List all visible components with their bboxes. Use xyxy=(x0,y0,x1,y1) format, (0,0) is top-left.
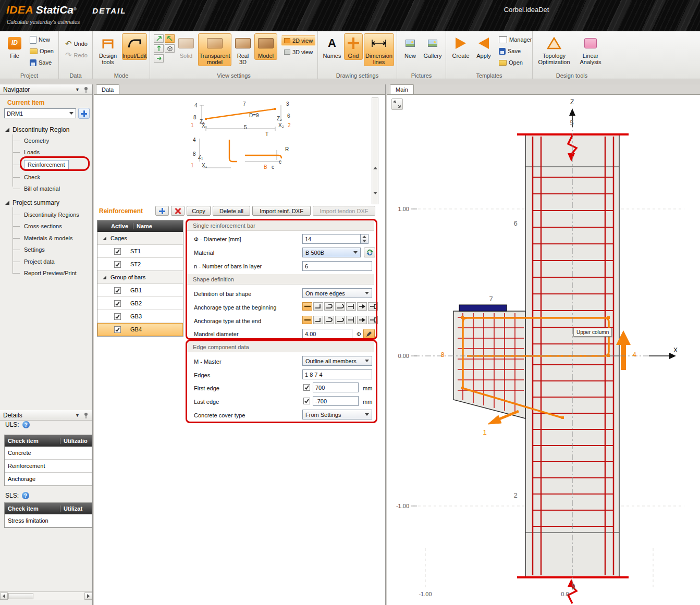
topology-optimization-button[interactable]: Topology Optimization xyxy=(535,33,573,66)
nav-item-bill-of-material[interactable]: Bill of material xyxy=(24,186,60,192)
anchorage-arrow-end-icon[interactable] xyxy=(357,302,367,311)
current-item-select[interactable]: DRM1 xyxy=(4,108,76,118)
view-axis-button-4[interactable] xyxy=(154,54,164,63)
first-edge-checkbox[interactable] xyxy=(303,384,310,391)
nav-item-reinforcement[interactable]: Reinforcement xyxy=(24,160,69,169)
nav-item-project-data[interactable]: Project data xyxy=(24,258,55,265)
edges-input[interactable] xyxy=(302,369,372,379)
list-item-st2[interactable]: ST2 xyxy=(97,258,183,271)
active-checkbox[interactable] xyxy=(114,326,121,333)
anchorage-curl-icon[interactable] xyxy=(335,316,345,324)
active-checkbox[interactable] xyxy=(114,248,121,255)
scroll-up-icon[interactable] xyxy=(373,167,377,169)
open-project-button[interactable]: Open xyxy=(27,46,56,56)
gallery-button[interactable]: Gallery xyxy=(421,33,444,60)
nav-item-geometry[interactable]: Geometry xyxy=(24,138,49,144)
navigator-dropdown-icon[interactable]: ▼ xyxy=(75,87,80,92)
nav-section-discontinuity-region[interactable]: Discontinuity Region xyxy=(5,126,69,133)
table-row[interactable]: Anchorage xyxy=(5,473,92,486)
design-tools-mode-button[interactable]: Design tools xyxy=(96,33,120,66)
solid-view-button[interactable]: Solid xyxy=(175,33,197,60)
transparent-model-button[interactable]: Transparent model xyxy=(198,33,231,66)
group-row-cages[interactable]: Cages xyxy=(97,232,183,245)
save-project-button[interactable]: Save xyxy=(27,57,56,68)
view-cube-button[interactable] xyxy=(165,44,175,53)
anchorage-u-hook-icon[interactable] xyxy=(324,316,334,324)
scroll-right-button[interactable] xyxy=(84,592,92,600)
template-save-button[interactable]: Save xyxy=(496,46,534,56)
undo-button[interactable]: ↶Undo xyxy=(63,39,90,49)
nav-item-report-preview-print[interactable]: Report Preview/Print xyxy=(24,270,77,276)
nav-item-check[interactable]: Check xyxy=(24,174,40,180)
template-create-button[interactable]: Create xyxy=(449,33,472,60)
delete-all-button[interactable]: Delete all xyxy=(213,206,250,216)
anchorage-c-plate-icon[interactable] xyxy=(368,302,378,311)
active-checkbox[interactable] xyxy=(114,300,121,307)
bar-shape-select[interactable]: On more edges xyxy=(302,288,372,298)
master-select[interactable]: Outline all members xyxy=(302,356,372,366)
nav-item-cross-sections[interactable]: Cross-sections xyxy=(24,223,62,229)
template-manager-button[interactable]: Manager xyxy=(496,34,534,45)
table-row[interactable]: Stress limitation xyxy=(5,514,92,527)
details-pin-icon[interactable] xyxy=(83,412,89,418)
template-open-button[interactable]: Open xyxy=(496,57,534,68)
anchorage-curl-icon[interactable] xyxy=(335,302,345,311)
anchorage-hook-up-icon[interactable] xyxy=(313,316,323,324)
names-button[interactable]: A Names xyxy=(321,33,343,60)
uls-help-icon[interactable]: ? xyxy=(22,421,30,428)
group-row-bars[interactable]: Group of bars xyxy=(97,271,183,284)
navigator-horizontal-scrollbar[interactable] xyxy=(0,591,92,600)
last-edge-input[interactable] xyxy=(313,396,359,406)
anchorage-c-plate-icon[interactable] xyxy=(368,316,378,324)
real-3d-button[interactable]: Real 3D xyxy=(232,33,253,66)
nav-item-settings[interactable]: Settings xyxy=(24,246,45,253)
material-select[interactable]: B 500B xyxy=(302,248,361,257)
diameter-spinner[interactable] xyxy=(361,234,369,244)
active-checkbox[interactable] xyxy=(114,313,121,320)
list-item-st1[interactable]: ST1 xyxy=(97,245,183,258)
anchorage-straight-icon[interactable] xyxy=(302,316,312,324)
anchorage-perpendicular-plate-icon[interactable] xyxy=(346,302,356,311)
view-3d-button[interactable]: 3D view xyxy=(281,47,315,57)
material-refresh-button[interactable] xyxy=(364,248,375,257)
anchorage-arrow-end-icon[interactable] xyxy=(357,316,367,324)
scroll-left-button[interactable] xyxy=(0,592,8,600)
input-edit-button[interactable]: Input/Edit xyxy=(122,33,147,60)
add-region-button[interactable] xyxy=(78,108,90,119)
table-row[interactable]: Concrete xyxy=(5,447,92,460)
view-axis-button-3[interactable] xyxy=(154,44,164,53)
mandrel-edit-button[interactable] xyxy=(363,329,375,339)
nav-item-loads[interactable]: Loads xyxy=(24,149,40,155)
import-reinf-dxf-button[interactable]: Import reinf. DXF xyxy=(252,206,311,216)
last-edge-checkbox[interactable] xyxy=(303,398,310,404)
active-checkbox[interactable] xyxy=(114,287,121,294)
anchorage-perpendicular-plate-icon[interactable] xyxy=(346,316,356,324)
tab-main[interactable]: Main xyxy=(390,84,414,94)
nav-item-discontinuity-regions[interactable]: Discontinuity Regions xyxy=(24,212,79,218)
template-apply-button[interactable]: Apply xyxy=(473,33,494,60)
diagram-scrollbar[interactable] xyxy=(372,97,378,204)
structure-drawing[interactable]: Z X 1.00 0.00 -1.00 -1.00 0.0 5 6 7 2 3 … xyxy=(390,95,700,605)
anchorage-straight-icon[interactable] xyxy=(302,302,312,311)
scroll-thumb[interactable] xyxy=(8,593,33,599)
active-checkbox[interactable] xyxy=(114,261,121,268)
add-reinforcement-button[interactable] xyxy=(155,206,169,216)
grid-button[interactable]: Grid xyxy=(344,33,363,60)
table-row[interactable]: Reinforcement xyxy=(5,460,92,473)
picture-new-button[interactable]: New xyxy=(400,33,420,60)
view-2d-button[interactable]: 2D view xyxy=(281,35,315,46)
first-edge-input[interactable] xyxy=(313,382,359,392)
nav-item-materials-models[interactable]: Materials & models xyxy=(24,235,73,241)
anchorage-u-hook-icon[interactable] xyxy=(324,302,334,311)
copy-button[interactable]: Copy xyxy=(187,206,211,216)
file-button[interactable]: ID File xyxy=(4,33,25,60)
mandrel-input[interactable] xyxy=(302,329,352,339)
sls-help-icon[interactable]: ? xyxy=(22,492,29,499)
redo-button[interactable]: ↷Redo xyxy=(63,50,90,60)
view-axis-button-2[interactable] xyxy=(165,34,175,43)
scroll-down-icon[interactable] xyxy=(373,192,377,194)
list-item-gb3[interactable]: GB3 xyxy=(97,310,183,323)
dimension-lines-button[interactable]: Dimension lines xyxy=(364,33,394,66)
delete-reinforcement-button[interactable] xyxy=(171,206,185,216)
view-axis-button-1[interactable] xyxy=(154,34,164,43)
